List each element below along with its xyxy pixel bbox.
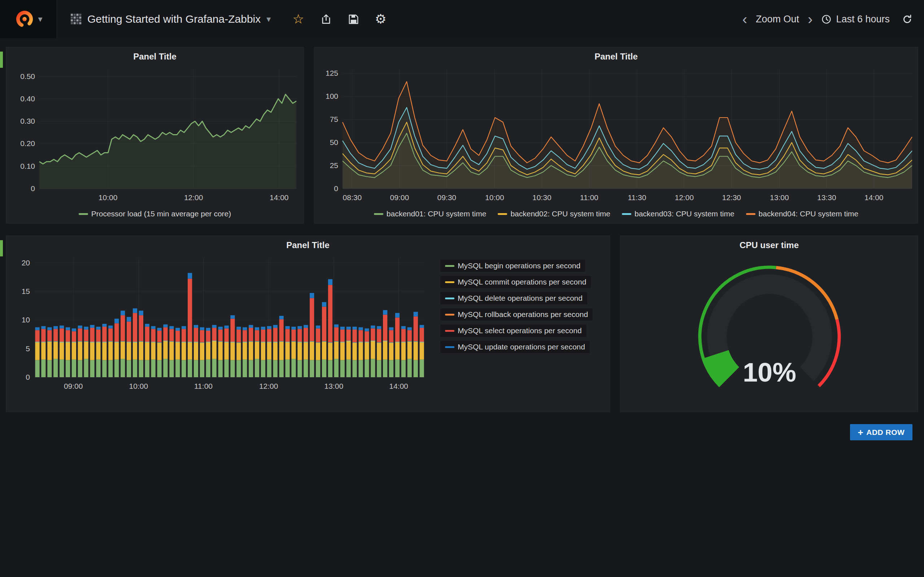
cpu-system-time-line-chart[interactable]: 08:3009:0009:3010:0010:3011:0011:3012:00… xyxy=(314,47,919,224)
row-toggle-handle[interactable] xyxy=(0,52,3,68)
svg-text:25: 25 xyxy=(330,161,338,169)
panel-cpu-system-time: Panel Title 08:3009:0009:3010:0010:3011:… xyxy=(314,47,918,224)
clock-icon xyxy=(821,14,832,24)
svg-text:09:00: 09:00 xyxy=(390,193,409,201)
svg-text:12:00: 12:00 xyxy=(259,382,278,390)
share-icon xyxy=(320,13,332,25)
row-toggle-handle[interactable] xyxy=(0,240,3,256)
star-button[interactable]: ☆ xyxy=(292,13,304,26)
dashboard-grid-icon xyxy=(71,14,82,24)
settings-button[interactable]: ⚙ xyxy=(375,13,386,26)
refresh-button[interactable] xyxy=(902,14,913,24)
svg-text:14:00: 14:00 xyxy=(389,382,408,390)
svg-text:10: 10 xyxy=(22,316,30,324)
svg-text:20: 20 xyxy=(22,259,30,267)
svg-text:0.20: 0.20 xyxy=(20,139,35,148)
legend-item[interactable]: MySQL delete operations per second xyxy=(440,292,587,305)
svg-text:10:30: 10:30 xyxy=(532,193,551,201)
legend-color-dash xyxy=(746,213,756,215)
legend-item[interactable]: MySQL update operations per second xyxy=(440,341,590,353)
legend-label: MySQL delete operations per second xyxy=(458,294,583,303)
legend-label: MySQL select operations per second xyxy=(458,326,582,335)
legend-item[interactable]: MySQL rollback operations per second xyxy=(440,308,593,321)
dashboard-title: Getting Started with Grafana-Zabbix xyxy=(87,13,261,25)
svg-text:12:00: 12:00 xyxy=(675,193,694,201)
zoom-out-button[interactable]: Zoom Out xyxy=(756,14,799,25)
legend-color-dash xyxy=(445,265,454,267)
svg-text:0.30: 0.30 xyxy=(20,117,35,125)
svg-text:0: 0 xyxy=(334,184,338,193)
panel-title[interactable]: Panel Title xyxy=(314,52,918,62)
caret-down-icon: ▾ xyxy=(267,15,271,23)
time-range-picker[interactable]: Last 6 hours xyxy=(821,14,890,25)
panel-cpu-user-time: CPU user time 10% xyxy=(620,235,918,412)
svg-text:09:30: 09:30 xyxy=(437,193,456,201)
refresh-icon xyxy=(902,14,913,24)
chart-legend: MySQL begin operations per secondMySQL c… xyxy=(440,259,593,353)
panel-title[interactable]: Panel Title xyxy=(6,240,610,250)
chart-legend: backend01: CPU system timebackend02: CPU… xyxy=(314,210,918,218)
legend-color-dash xyxy=(79,213,88,215)
legend-label: backend01: CPU system time xyxy=(386,210,486,218)
grafana-logo-icon xyxy=(14,9,35,29)
svg-text:14:00: 14:00 xyxy=(864,193,884,201)
navbar: ▾ Getting Started with Grafana-Zabbix ▾ … xyxy=(0,0,924,38)
legend-color-dash xyxy=(374,213,383,215)
save-button[interactable] xyxy=(348,14,359,25)
svg-text:11:00: 11:00 xyxy=(194,382,213,390)
legend-item[interactable]: backend03: CPU system time xyxy=(622,210,735,218)
legend-item[interactable]: Processor load (15 min average per core) xyxy=(79,210,231,218)
legend-color-dash xyxy=(445,346,454,348)
plus-icon: + xyxy=(858,428,864,437)
panel-title[interactable]: Panel Title xyxy=(6,52,304,62)
svg-text:09:00: 09:00 xyxy=(64,382,83,390)
legend-color-dash xyxy=(445,298,454,299)
svg-text:13:30: 13:30 xyxy=(817,193,836,201)
svg-text:11:00: 11:00 xyxy=(580,193,598,201)
dashboard-actions: ☆ ⚙ xyxy=(292,13,386,26)
svg-text:10:00: 10:00 xyxy=(129,382,149,390)
legend-label: MySQL begin operations per second xyxy=(458,261,580,270)
legend-color-dash xyxy=(498,213,507,215)
legend-item[interactable]: MySQL select operations per second xyxy=(440,324,586,337)
time-controls: ‹ Zoom Out › Last 6 hours xyxy=(741,13,924,25)
processor-load-line-chart[interactable]: 10:0012:0014:0000.100.200.300.400.50 xyxy=(6,47,304,224)
svg-text:11:30: 11:30 xyxy=(628,193,646,201)
cpu-user-time-gauge[interactable]: 10% xyxy=(620,236,919,413)
legend-color-dash xyxy=(622,213,631,215)
chart-legend: Processor load (15 min average per core) xyxy=(6,210,304,218)
svg-text:12:30: 12:30 xyxy=(722,193,741,201)
legend-item[interactable]: backend04: CPU system time xyxy=(746,210,859,218)
svg-text:15: 15 xyxy=(22,287,30,295)
time-forward-button[interactable]: › xyxy=(806,13,814,25)
legend-label: MySQL commit operations per second xyxy=(458,278,586,286)
panel-mysql-operations: Panel Title 09:0010:0011:0012:0013:0014:… xyxy=(6,235,610,412)
svg-text:14:00: 14:00 xyxy=(270,193,289,201)
grafana-menu-button[interactable]: ▾ xyxy=(0,0,57,38)
add-row-label: ADD ROW xyxy=(866,428,905,437)
svg-text:10%: 10% xyxy=(743,357,796,387)
legend-item[interactable]: MySQL commit operations per second xyxy=(440,276,591,288)
time-back-button[interactable]: ‹ xyxy=(741,13,749,25)
svg-text:08:30: 08:30 xyxy=(343,193,362,201)
legend-label: backend03: CPU system time xyxy=(635,210,735,218)
svg-text:75: 75 xyxy=(330,115,338,123)
svg-text:0: 0 xyxy=(31,184,35,193)
add-row-button[interactable]: + ADD ROW xyxy=(850,424,913,440)
legend-label: MySQL update operations per second xyxy=(458,343,585,351)
dashboard-picker[interactable]: Getting Started with Grafana-Zabbix ▾ xyxy=(71,13,271,25)
svg-text:0.10: 0.10 xyxy=(20,162,35,170)
legend-item[interactable]: backend02: CPU system time xyxy=(498,210,611,218)
svg-text:5: 5 xyxy=(26,344,30,353)
svg-text:0.50: 0.50 xyxy=(20,72,35,81)
svg-text:0: 0 xyxy=(26,373,30,381)
legend-item[interactable]: backend01: CPU system time xyxy=(374,210,486,218)
legend-item[interactable]: MySQL begin operations per second xyxy=(440,259,585,272)
svg-text:125: 125 xyxy=(326,69,338,77)
legend-color-dash xyxy=(445,314,454,316)
save-icon xyxy=(348,14,359,25)
legend-label: backend02: CPU system time xyxy=(510,210,611,218)
panel-title[interactable]: CPU user time xyxy=(620,240,918,250)
svg-text:13:00: 13:00 xyxy=(325,382,344,390)
share-button[interactable] xyxy=(320,13,332,25)
